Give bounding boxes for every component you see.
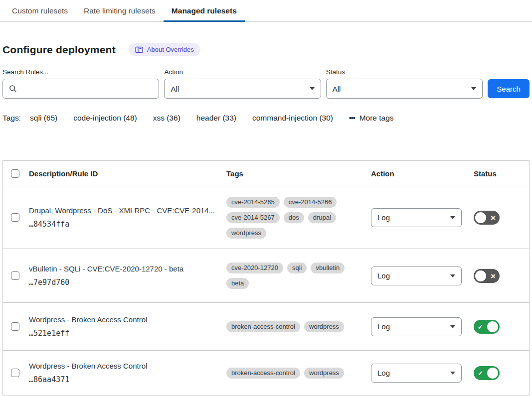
row-checkbox-cell <box>3 322 29 331</box>
tags-cell: broken-access-controlwordpress <box>226 368 371 379</box>
rule-description: vBulletin - SQLi - CVE:CVE-2020-12720 - … <box>29 264 216 273</box>
status-toggle[interactable]: ✓ × <box>474 366 500 380</box>
more-tags-label: More tags <box>359 114 394 123</box>
toggle-knob <box>487 321 498 332</box>
rule-id: …7e97d760 <box>29 278 216 287</box>
status-toggle[interactable]: ✓ × <box>474 211 500 225</box>
check-icon: ✓ <box>478 370 483 376</box>
tag-pill: sqli <box>287 263 307 273</box>
tags-bar: Tags: sqli (65)code-injection (48)xss (3… <box>2 114 530 123</box>
ellipsis-icon: ••• <box>349 114 355 122</box>
status-cell: ✓ × <box>471 211 529 225</box>
chevron-down-icon <box>450 274 455 277</box>
tag-link[interactable]: sqli (65) <box>30 114 57 123</box>
status-filter-label: Status <box>326 68 483 76</box>
tag-link[interactable]: command-injection (30) <box>252 114 333 123</box>
tab-label: Custom rulesets <box>12 6 68 15</box>
tag-link[interactable]: xss (36) <box>153 114 180 123</box>
action-filter-group: Action All <box>164 68 321 99</box>
table-header-row: Description/Rule ID Tags Action Status <box>3 161 529 186</box>
search-group: Search Rules... <box>2 68 159 99</box>
page-content: Configure deployment About Overrides Sea… <box>0 43 532 396</box>
tag-pill: cve-2014-5266 <box>284 197 337 208</box>
action-select-value: Log <box>377 369 390 377</box>
page-header: Configure deployment About Overrides <box>2 43 530 56</box>
chevron-down-icon <box>471 87 476 90</box>
tags-cell: cve-2020-12720sqlivbulletinbeta <box>226 263 371 289</box>
toggle-knob <box>475 212 486 223</box>
action-filter-select[interactable]: All <box>164 79 321 99</box>
chevron-down-icon <box>450 216 455 219</box>
row-checkbox[interactable] <box>11 322 19 331</box>
tag-link[interactable]: header (33) <box>196 114 236 123</box>
page-title: Configure deployment <box>2 44 116 56</box>
status-filter-value: All <box>333 85 341 93</box>
tab-rate-limiting-rulesets[interactable]: Rate limiting rulesets <box>76 0 164 21</box>
action-cell: Log <box>371 208 471 227</box>
column-header-tags: Tags <box>226 169 371 178</box>
rule-description: Wordpress - Broken Access Control <box>29 315 216 324</box>
description-cell: vBulletin - SQLi - CVE:CVE-2020-12720 - … <box>29 264 226 287</box>
action-filter-value: All <box>171 85 179 93</box>
tag-link[interactable]: code-injection (48) <box>73 114 137 123</box>
table-row: Wordpress - Broken Access Control …521e1… <box>3 303 529 351</box>
rule-id: …521e1eff <box>29 329 216 338</box>
status-cell: ✓ × <box>471 269 529 283</box>
status-toggle[interactable]: ✓ × <box>474 320 500 334</box>
chevron-down-icon <box>450 372 455 375</box>
toggle-knob <box>487 368 498 379</box>
chevron-down-icon <box>310 87 315 90</box>
search-button[interactable]: Search <box>488 79 530 98</box>
table-row: vBulletin - SQLi - CVE:CVE-2020-12720 - … <box>3 249 529 303</box>
tab-custom-rulesets[interactable]: Custom rulesets <box>4 0 76 21</box>
header-checkbox-cell <box>3 169 29 178</box>
column-header-action: Action <box>371 169 471 178</box>
tab-label: Rate limiting rulesets <box>84 6 156 15</box>
rules-table: Description/Rule ID Tags Action Status D… <box>2 160 530 396</box>
more-tags-button[interactable]: ••• More tags <box>349 114 394 123</box>
action-filter-label: Action <box>164 68 321 76</box>
row-checkbox[interactable] <box>11 213 19 222</box>
toggle-knob <box>475 270 486 281</box>
action-select[interactable]: Log <box>371 364 462 383</box>
row-checkbox-cell <box>3 271 29 280</box>
action-select[interactable]: Log <box>371 317 462 336</box>
action-select[interactable]: Log <box>371 208 462 227</box>
tag-pill: cve-2014-5267 <box>226 212 280 223</box>
about-overrides-badge[interactable]: About Overrides <box>129 43 200 56</box>
table-row: Drupal, Wordpress - DoS - XMLRPC - CVE:C… <box>3 186 529 249</box>
action-select-value: Log <box>377 271 390 280</box>
search-icon <box>9 85 17 93</box>
column-header-description: Description/Rule ID <box>29 169 226 178</box>
search-input[interactable] <box>21 84 153 94</box>
book-icon <box>135 46 143 53</box>
status-filter-select[interactable]: All <box>326 79 483 99</box>
chevron-down-icon <box>450 325 455 328</box>
status-cell: ✓ × <box>471 366 529 380</box>
row-checkbox[interactable] <box>11 369 19 377</box>
status-toggle[interactable]: ✓ × <box>474 269 500 283</box>
tag-pill: drupal <box>308 212 336 223</box>
tab-bar: Custom rulesets Rate limiting rulesets M… <box>0 0 532 22</box>
status-cell: ✓ × <box>471 320 529 334</box>
select-all-checkbox[interactable] <box>11 169 19 178</box>
tag-pill: wordpress <box>304 321 344 332</box>
tab-managed-rulesets[interactable]: Managed rulesets <box>164 0 245 21</box>
rule-id: …86aa4371 <box>29 375 216 384</box>
rule-description: Wordpress - Broken Access Control <box>29 362 216 370</box>
action-select[interactable]: Log <box>371 266 462 285</box>
tag-pill: broken-access-control <box>226 321 300 332</box>
rule-description: Drupal, Wordpress - DoS - XMLRPC - CVE:C… <box>29 206 216 215</box>
row-checkbox-cell <box>3 369 29 377</box>
row-checkbox-cell <box>3 213 29 222</box>
action-cell: Log <box>371 317 471 336</box>
rule-id: …84534ffa <box>29 220 216 229</box>
tag-pill: vbulletin <box>311 263 345 273</box>
row-checkbox[interactable] <box>11 271 19 280</box>
filter-bar: Search Rules... Action All Status All <box>2 68 530 99</box>
action-cell: Log <box>371 364 471 383</box>
description-cell: Wordpress - Broken Access Control …521e1… <box>29 315 226 338</box>
tag-pill: beta <box>226 278 249 289</box>
tag-pill: wordpress <box>226 228 266 239</box>
tag-pill: broken-access-control <box>226 368 300 379</box>
